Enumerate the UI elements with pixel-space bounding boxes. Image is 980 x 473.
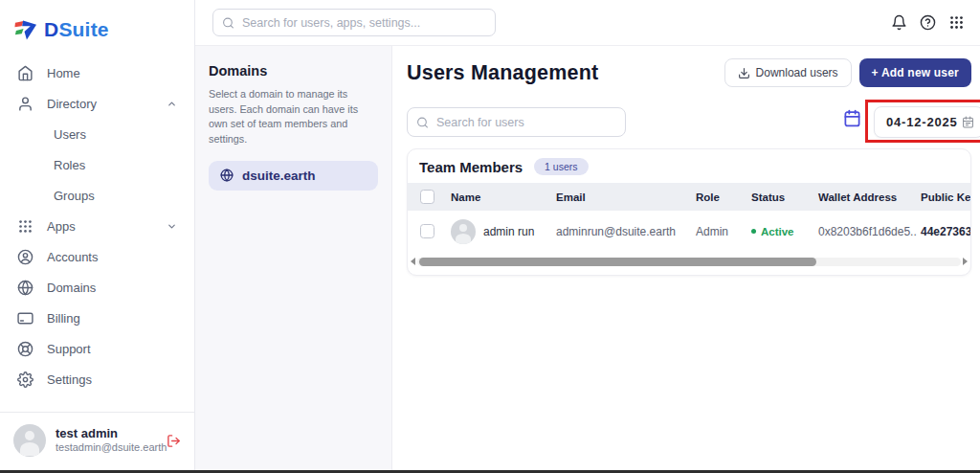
status-text: Active — [761, 226, 794, 237]
sidebar-item-label: Accounts — [47, 250, 98, 264]
sidebar-item-label: Apps — [47, 219, 76, 234]
users-search-input[interactable] — [407, 107, 626, 137]
sidebar-item-billing[interactable]: Billing — [0, 303, 194, 333]
sidebar-nav: Home Directory Users Roles Groups — [0, 57, 194, 394]
main-content: Users Management Download users + Add ne… — [392, 46, 980, 473]
team-members-title: Team Members — [419, 159, 523, 175]
cell-role: Admin — [692, 225, 747, 238]
row-name-text: admin run — [483, 225, 534, 238]
domain-item-dsuite-earth[interactable]: dsuite.earth — [209, 161, 378, 191]
domains-panel-title: Domains — [209, 63, 378, 79]
person-icon — [17, 96, 33, 112]
cell-public-key: 44e27363446 — [917, 225, 970, 238]
row-checkbox[interactable] — [420, 224, 434, 238]
sidebar-item-label: Roles — [54, 158, 85, 172]
dsuite-logo-icon — [13, 18, 37, 42]
scrollbar-thumb[interactable] — [419, 258, 816, 266]
header-checkbox-cell — [408, 190, 447, 204]
sidebar-item-roles[interactable]: Roles — [0, 149, 194, 180]
sidebar-item-support[interactable]: Support — [0, 333, 194, 364]
cell-wallet: 0x8203b6f1d6de5.. — [814, 225, 917, 238]
sidebar-item-groups[interactable]: Groups — [0, 180, 194, 211]
sidebar-item-accounts[interactable]: Accounts — [0, 241, 194, 272]
download-users-label: Download users — [756, 66, 838, 79]
table-header-row: Name Email Role Status Wallet Address Pu… — [408, 183, 970, 211]
apps-grid-icon — [17, 218, 33, 235]
search-icon — [222, 16, 234, 29]
cell-name: admin run — [447, 219, 552, 244]
column-header-email: Email — [552, 191, 692, 203]
bell-icon[interactable] — [891, 14, 907, 31]
sidebar-item-label: Domains — [47, 281, 96, 295]
apps-grid-icon[interactable] — [948, 14, 965, 31]
header-actions: Download users + Add new user — [724, 58, 971, 87]
topbar — [195, 0, 980, 46]
sidebar-item-users[interactable]: Users — [0, 119, 194, 149]
domain-item-label: dsuite.earth — [242, 169, 316, 183]
column-header-wallet: Wallet Address — [814, 191, 917, 203]
date-picker-field[interactable]: 04-12-2025 — [874, 106, 980, 138]
help-icon[interactable] — [920, 14, 936, 31]
user-avatar — [13, 424, 46, 457]
global-search — [212, 9, 496, 36]
page-title: Users Management — [407, 61, 598, 85]
user-meta: test admin testadmin@dsuite.earth — [56, 426, 157, 455]
status-dot-icon — [751, 229, 756, 234]
logout-icon[interactable] — [167, 434, 181, 448]
column-header-name: Name — [447, 191, 552, 203]
sidebar-item-home[interactable]: Home — [0, 57, 194, 88]
date-value: 04-12-2025 — [886, 115, 958, 129]
sidebar-item-settings[interactable]: Settings — [0, 364, 194, 394]
lifebuoy-icon — [17, 341, 33, 357]
team-members-card: Team Members 1 users Name Email Role Sta… — [407, 148, 971, 276]
sidebar-item-label: Settings — [47, 372, 92, 387]
home-icon — [17, 65, 33, 81]
date-picker-icon[interactable] — [962, 116, 974, 128]
brand-logo[interactable]: DSuite — [0, 0, 194, 46]
sidebar-item-label: Directory — [47, 97, 97, 111]
sidebar-item-apps[interactable]: Apps — [0, 211, 194, 241]
sidebar-item-label: Home — [47, 66, 80, 80]
download-icon — [738, 67, 750, 79]
brand-name-suite: Suite — [58, 18, 108, 40]
cell-email: adminrun@dsuite.earth — [552, 225, 692, 238]
globe-icon — [220, 169, 234, 182]
download-users-button[interactable]: Download users — [724, 58, 852, 87]
add-new-user-label: + Add new user — [872, 66, 959, 79]
sidebar-item-label: Support — [47, 342, 91, 356]
team-members-header: Team Members 1 users — [408, 149, 970, 183]
app-window: DSuite Home Directory Users — [0, 0, 980, 473]
scroll-right-arrow-icon[interactable] — [963, 258, 968, 265]
calendar-icon[interactable] — [843, 109, 861, 127]
sidebar-item-label: Billing — [47, 311, 80, 326]
domains-panel-description: Select a domain to manage its users. Eac… — [209, 87, 378, 147]
chevron-up-icon — [167, 99, 177, 109]
horizontal-scrollbar — [411, 256, 968, 267]
column-header-status: Status — [747, 191, 814, 203]
topbar-icons — [891, 14, 965, 31]
sidebar-user-card: test admin testadmin@dsuite.earth — [0, 412, 194, 470]
scrollbar-track[interactable] — [417, 258, 961, 266]
main-header: Users Management Download users + Add ne… — [407, 58, 971, 87]
table-row[interactable]: admin run adminrun@dsuite.earth Admin Ac… — [408, 211, 970, 252]
scroll-left-arrow-icon[interactable] — [411, 258, 415, 265]
domains-panel: Domains Select a domain to manage its us… — [195, 46, 392, 473]
sidebar-item-directory[interactable]: Directory — [0, 88, 194, 119]
select-all-checkbox[interactable] — [420, 190, 434, 204]
users-search — [407, 107, 626, 137]
sidebar-item-domains[interactable]: Domains — [0, 272, 194, 303]
global-search-input[interactable] — [212, 9, 496, 36]
globe-icon — [17, 280, 33, 296]
brand-name-d: D — [44, 18, 58, 40]
add-new-user-button[interactable]: + Add new user — [859, 58, 971, 87]
sidebar-item-label: Users — [54, 127, 86, 142]
sidebar: DSuite Home Directory Users — [0, 0, 195, 473]
cell-status: Active — [747, 226, 814, 237]
column-header-role: Role — [692, 191, 747, 203]
search-icon — [416, 116, 429, 128]
sidebar-item-label: Groups — [54, 189, 95, 203]
user-name: test admin — [56, 426, 157, 441]
column-header-public-key: Public Key — [917, 191, 970, 203]
row-checkbox-cell — [408, 224, 447, 238]
row-avatar — [451, 219, 476, 244]
